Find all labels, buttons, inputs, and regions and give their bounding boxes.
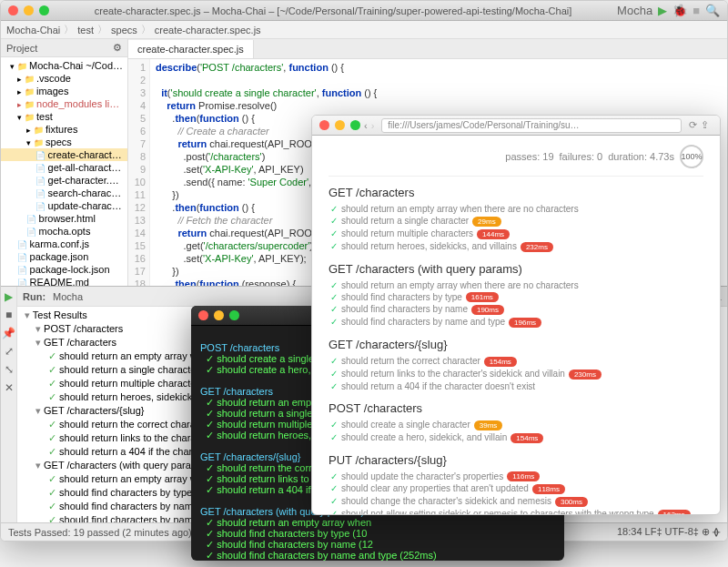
tree-item[interactable]: package.json (1, 250, 127, 263)
suite-title[interactable]: PUT /characters/{slug} (329, 453, 703, 467)
tree-item[interactable]: images (1, 85, 127, 97)
passes-count[interactable]: passes: 19 (505, 151, 553, 162)
test-item[interactable]: should return links to the character's s… (329, 368, 703, 380)
test-item[interactable]: should return an empty array when there … (329, 279, 703, 291)
minimize-icon[interactable] (24, 5, 34, 15)
run-toolbar: Mocha ▶ 🐞 ■ 🔍 (617, 4, 720, 17)
tree-item[interactable]: node_modules library root (1, 97, 127, 110)
maximize-icon[interactable] (229, 310, 239, 320)
gear-icon[interactable]: ⚙ (113, 42, 122, 54)
project-tree[interactable]: Mocha-Chai ~/Code/Personal/Tr.vscodeimag… (1, 57, 127, 303)
close-icon[interactable] (8, 5, 18, 15)
minimize-icon[interactable] (335, 120, 345, 130)
test-item[interactable]: should return the correct character154ms (329, 355, 703, 368)
pass-percentage: 100% (680, 145, 703, 168)
share-icon[interactable]: ⇪ (701, 119, 709, 131)
tree-item[interactable]: get-character.spec.js (1, 174, 127, 187)
tree-item[interactable]: get-all-characters.spec. (1, 161, 127, 174)
breadcrumb-item[interactable]: Mocha-Chai (6, 25, 60, 35)
test-suite: GET /characters/{slug}should return the … (329, 338, 703, 392)
suite-title[interactable]: GET /characters (with query params) (329, 262, 703, 276)
rerun-icon[interactable]: ▶ (5, 290, 13, 303)
stop-icon[interactable]: ■ (5, 309, 12, 321)
mocha-report: GET /charactersshould return an empty ar… (329, 186, 703, 514)
browser-window: ‹ › file:///Users/james/Code/Personal/Tr… (311, 115, 721, 515)
suite-title[interactable]: GET /characters (329, 186, 703, 199)
tree-item[interactable]: update-character.spec.j (1, 199, 127, 212)
maximize-icon[interactable] (350, 120, 360, 130)
collapse-icon[interactable]: ⤡ (5, 363, 14, 376)
tree-item[interactable]: browser.html (1, 212, 127, 225)
status-right: 18:34 LF‡ UTF-8‡ ⊕ ᚖ (617, 526, 720, 538)
run-icon[interactable]: ▶ (658, 4, 667, 17)
run-icons: ▶ ■ 📌 ⤢ ⤡ ✕ (1, 287, 17, 522)
tree-item[interactable]: search-characters.spec. (1, 187, 127, 199)
back-icon[interactable]: ‹ (364, 120, 368, 131)
tree-item[interactable]: test (1, 110, 127, 123)
test-item[interactable]: should find characters by name and type1… (329, 316, 703, 329)
debug-icon[interactable]: 🐞 (672, 4, 687, 17)
tests-passed-status: Tests Passed: 19 passed (2 minutes ago) (8, 527, 192, 538)
breadcrumb-item[interactable]: create-character.spec.js (155, 25, 261, 35)
tree-item[interactable]: package-lock.json (1, 263, 127, 276)
test-item[interactable]: should return an empty array when there … (329, 203, 703, 215)
duration-badge: 162ms (658, 510, 691, 514)
breadcrumb-item[interactable]: test (77, 25, 94, 35)
test-suite: PUT /characters/{slug}should update the … (329, 453, 703, 514)
editor-tabs[interactable]: create-character.spec.js (128, 39, 727, 59)
url-bar[interactable]: file:///Users/james/Code/Personal/Traini… (381, 118, 682, 133)
duration-badge: 29ms (472, 217, 501, 227)
suite-title[interactable]: POST /characters (329, 401, 703, 415)
duration-badge: 118ms (532, 484, 565, 494)
test-item[interactable]: should return a single character29ms (329, 215, 703, 228)
test-item[interactable]: should create a single character39ms (329, 419, 703, 431)
test-item[interactable]: should change the character's sidekick a… (329, 495, 703, 508)
duration-badge: 154ms (484, 357, 517, 367)
window-title: create-character.spec.js – Mocha-Chai – … (49, 5, 617, 16)
project-header[interactable]: Project ⚙ (1, 39, 127, 57)
tree-item[interactable]: mocha.opts (1, 225, 127, 238)
search-icon[interactable]: 🔍 (705, 4, 720, 17)
close-icon[interactable] (319, 120, 329, 130)
test-suite: GET /charactersshould return an empty ar… (329, 186, 703, 253)
run-name: Mocha (53, 291, 83, 302)
suite-title[interactable]: GET /characters/{slug} (329, 338, 703, 351)
close-icon[interactable] (198, 310, 208, 320)
close-icon[interactable]: ✕ (5, 381, 14, 394)
duration: duration: 4.73s (608, 151, 674, 162)
maximize-icon[interactable] (39, 5, 49, 15)
failures-count[interactable]: failures: 0 (560, 151, 603, 162)
test-item[interactable]: should return heroes, sidekicks, and vil… (329, 240, 703, 253)
minimize-icon[interactable] (214, 310, 224, 320)
duration-badge: 232ms (521, 242, 553, 252)
test-item[interactable]: should clear any properties that aren't … (329, 482, 703, 495)
reload-icon[interactable]: ⟳ (689, 119, 697, 131)
duration-badge: 154ms (511, 433, 543, 443)
pin-icon[interactable]: 📌 (2, 327, 15, 339)
test-item[interactable]: should update the character's properties… (329, 471, 703, 483)
test-item[interactable]: should not allow setting sidekick or nem… (329, 508, 703, 514)
editor-tab[interactable]: create-character.spec.js (128, 40, 254, 58)
browser-content: passes: 19 failures: 0 duration: 4.73s 1… (312, 136, 720, 514)
forward-icon[interactable]: › (371, 120, 375, 131)
test-item[interactable]: should create a hero, sidekick, and vill… (329, 431, 703, 444)
tree-item[interactable]: fixtures (1, 123, 127, 136)
expand-icon[interactable]: ⤢ (5, 345, 14, 358)
test-suite: POST /charactersshould create a single c… (329, 401, 703, 444)
test-item[interactable]: should return multiple characters144ms (329, 228, 703, 240)
duration-badge: 39ms (474, 420, 503, 430)
test-item[interactable]: should find characters by name190ms (329, 303, 703, 316)
run-config[interactable]: Mocha (617, 4, 652, 17)
test-item[interactable]: should find characters by type161ms (329, 291, 703, 304)
breadcrumb-item[interactable]: specs (111, 25, 137, 35)
duration-badge: 161ms (466, 292, 499, 302)
breadcrumb[interactable]: Mocha-Chai〉test〉specs〉create-character.s… (1, 21, 727, 39)
tree-item[interactable]: .vscode (1, 72, 127, 85)
test-item[interactable]: should return a 404 if the character doe… (329, 380, 703, 392)
duration-badge: 230ms (569, 370, 602, 380)
tree-item[interactable]: specs (1, 136, 127, 148)
tree-item[interactable]: create-character.spec.js (1, 148, 127, 161)
tree-item[interactable]: karma.conf.js (1, 238, 127, 250)
tree-item[interactable]: Mocha-Chai ~/Code/Personal/Tr (1, 59, 127, 72)
stop-icon[interactable]: ■ (693, 4, 700, 17)
